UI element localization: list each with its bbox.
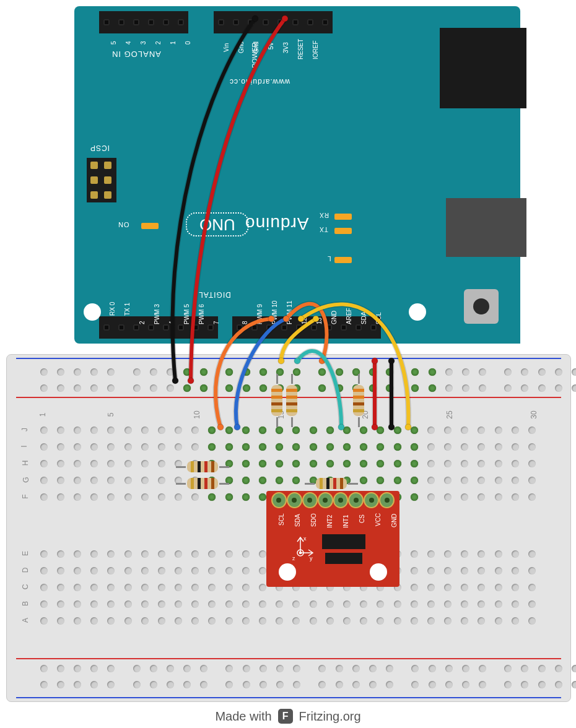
label-analog-in: ANALOG IN	[111, 50, 161, 59]
svg-text:y: y	[310, 555, 313, 561]
footer-made: Made with	[215, 709, 271, 724]
ic-chip	[322, 534, 365, 549]
label-model: UNO	[186, 212, 249, 236]
axis-icon: x y z	[285, 534, 316, 571]
resistor	[353, 379, 364, 422]
footer: Made with F Fritzing.org	[0, 704, 576, 728]
mount-hole-icon	[84, 303, 101, 321]
barrel-jack	[446, 198, 526, 257]
fritzing-logo-icon: F	[278, 709, 293, 724]
svg-text:z: z	[292, 555, 295, 561]
mount-hole-icon	[409, 303, 426, 321]
label-brand: Arduino	[245, 214, 309, 233]
arduino-board: ANALOG IN 5 4 3 2 1 0 Vin Gnd Gnd 5V 3V3…	[74, 6, 520, 344]
reset-button[interactable]	[464, 289, 499, 324]
header-analog	[99, 11, 188, 33]
bb-rail-top-2	[35, 379, 576, 396]
header-icsp	[87, 158, 116, 202]
ic-chip	[325, 553, 362, 564]
led-rx	[334, 214, 352, 220]
header-power	[214, 11, 333, 33]
usb-port	[440, 28, 526, 108]
led-tx	[334, 228, 352, 234]
svg-text:x: x	[303, 535, 307, 542]
led-l	[334, 257, 352, 263]
resistor	[271, 379, 282, 422]
resistor	[286, 379, 297, 422]
bb-rail-top-1	[35, 363, 576, 380]
footer-brand: Fritzing.org	[299, 709, 361, 724]
svg-point-3	[300, 552, 302, 554]
resistor	[181, 478, 224, 489]
resistor	[181, 461, 224, 472]
adxl-breakout: SCL SDA SDO INT2 INT1 CS VCC GND x y z	[266, 491, 399, 587]
led-on	[141, 223, 159, 229]
label-power: POWER	[251, 42, 258, 68]
resistor	[310, 478, 353, 489]
